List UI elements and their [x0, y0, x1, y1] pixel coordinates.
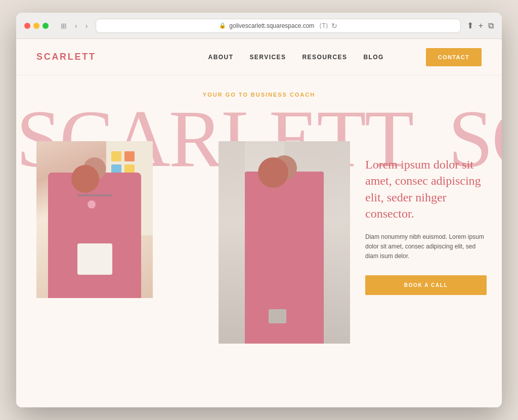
- postit-2: [124, 151, 135, 161]
- new-tab-button[interactable]: +: [479, 21, 483, 30]
- browser-chrome: ⊞ ‹ › 🔒 golivescarlett.squarespace.com ⟨…: [16, 13, 502, 39]
- back-button[interactable]: ‹: [73, 21, 79, 31]
- postit-1: [111, 151, 121, 161]
- website: SCARLETT ABOUT SERVICES RESOURCES BLOG C…: [16, 39, 502, 407]
- left-figure-body: [48, 173, 141, 298]
- browser-actions: ⬆ + ⧉: [467, 21, 494, 30]
- maximize-button[interactable]: [42, 23, 49, 29]
- hero-photo-left: [36, 141, 153, 298]
- hero-photo-right-container: [219, 141, 350, 344]
- translate-icon: ⟨T⟩: [319, 22, 328, 29]
- hero-headline: Lorem ipsum dolor sit amet, consec adipi…: [365, 156, 487, 222]
- refresh-icon[interactable]: ↻: [331, 22, 337, 30]
- tagline-container: YOUR GO TO BUSINESS COACH: [16, 90, 502, 99]
- window-button[interactable]: ⊞: [59, 21, 69, 31]
- white-top: [77, 243, 112, 275]
- traffic-lights: [24, 23, 49, 29]
- lock-icon: 🔒: [219, 22, 226, 29]
- nav-resources[interactable]: RESOURCES: [302, 54, 347, 61]
- site-logo[interactable]: SCARLETT: [36, 52, 166, 62]
- glasses: [77, 194, 112, 196]
- book-call-button[interactable]: BOOK A CALL: [365, 275, 487, 295]
- forward-button[interactable]: ›: [83, 21, 90, 31]
- browser-nav-controls: ⊞ ‹ ›: [59, 21, 90, 31]
- laptop: [269, 309, 286, 323]
- close-button[interactable]: [24, 23, 30, 29]
- hero-section: YOUR GO TO BUSINESS COACH SCARLETT SCARL…: [16, 75, 502, 407]
- nav-about[interactable]: ABOUT: [208, 54, 234, 61]
- browser-window: ⊞ ‹ › 🔒 golivescarlett.squarespace.com ⟨…: [16, 13, 502, 407]
- hero-body-text: Diam nonummy nibh euismod. Lorem ipsum d…: [365, 232, 487, 262]
- nav-services[interactable]: SERVICES: [249, 54, 286, 61]
- tagline-text: YOUR GO TO BUSINESS COACH: [203, 92, 315, 98]
- right-content-panel: Lorem ipsum dolor sit amet, consec adipi…: [365, 156, 487, 295]
- duplicate-button[interactable]: ⧉: [488, 21, 494, 30]
- site-nav: SCARLETT ABOUT SERVICES RESOURCES BLOG C…: [16, 39, 502, 75]
- nav-links: ABOUT SERVICES RESOURCES BLOG: [166, 54, 426, 61]
- hero-photo-right: [219, 141, 350, 344]
- address-bar[interactable]: 🔒 golivescarlett.squarespace.com ⟨T⟩ ↻: [96, 19, 460, 33]
- url-text: golivescarlett.squarespace.com: [229, 22, 314, 29]
- minimize-button[interactable]: [33, 23, 39, 29]
- nav-blog[interactable]: BLOG: [363, 54, 383, 61]
- contact-button[interactable]: CONTACT: [426, 48, 482, 66]
- share-button[interactable]: ⬆: [467, 21, 473, 30]
